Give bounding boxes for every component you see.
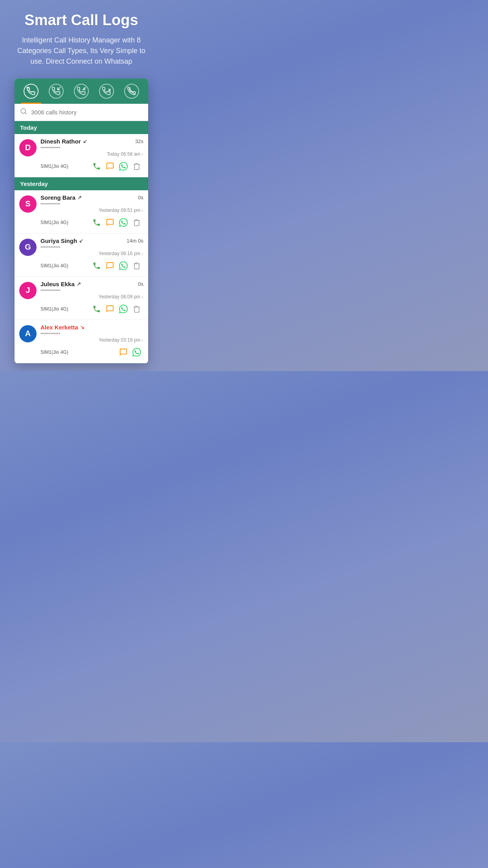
chevron-right-icon-alex: › (141, 337, 143, 343)
call-item-dinesh: D Dinesh Rathor ↙ 32s •••••••••••• Today… (15, 134, 148, 177)
avatar-juleus: J (19, 282, 37, 299)
delete-btn-juleus[interactable] (130, 302, 143, 316)
call-duration-juleus: 0s (138, 281, 143, 287)
hero-section: Smart Call Logs Intelligent Call History… (0, 12, 163, 79)
sms-btn-juleus[interactable] (103, 302, 117, 316)
chevron-right-icon-juleus: › (141, 294, 143, 300)
whatsapp-btn-dinesh[interactable] (117, 160, 130, 173)
whatsapp-btn-soreng[interactable] (117, 216, 130, 229)
avatar-dinesh: D (19, 139, 37, 156)
direction-arrow-dinesh: ↙ (83, 138, 87, 144)
call-item-guriya: G Guriya Singh ↙ 14m 0s •••••••••••• Yes… (15, 234, 148, 277)
call-number-alex: •••••••••••• (40, 331, 143, 337)
sim-label-soreng: SIM1(Jio 4G) (40, 220, 90, 225)
whatsapp-btn-guriya[interactable] (117, 259, 130, 272)
call-phone-btn-dinesh[interactable] (90, 160, 103, 173)
call-actions-juleus: SIM1(Jio 4G) (19, 302, 143, 316)
call-phone-btn-soreng[interactable] (90, 216, 103, 229)
svg-line-0 (58, 87, 60, 90)
call-info-guriya: Guriya Singh ↙ 14m 0s •••••••••••• Yeste… (40, 237, 143, 257)
tab-missed-icon (99, 84, 114, 99)
sim-label-dinesh: SIM1(Jio 4G) (40, 164, 90, 169)
delete-btn-soreng[interactable] (130, 216, 143, 229)
call-time-alex: Yesterday 03:19 pm (99, 337, 140, 343)
call-duration-guriya: 14m 0s (127, 238, 143, 244)
search-icon (20, 108, 27, 117)
call-name-soreng: Soreng Bara ↗ (40, 194, 82, 201)
call-actions-dinesh: SIM1(Jio 4G) (19, 160, 143, 173)
sim-label-juleus: SIM1(Jio 4G) (40, 306, 90, 312)
call-item-juleus: J Juleus Ekka ↗ 0s •••••••••••• Yesterda… (15, 277, 148, 320)
direction-arrow-juleus: ↗ (77, 281, 81, 287)
call-item-alex: A Alex Kerketta ↘ •••••••••••• Yesterday… (15, 320, 148, 363)
direction-arrow-guriya: ↙ (79, 238, 83, 244)
hero-subtitle: Intelligent Call History Manager with 8 … (12, 35, 151, 67)
call-number-soreng: •••••••••••• (40, 201, 143, 207)
call-actions-soreng: SIM1(Jio 4G) (19, 216, 143, 229)
tab-rejected[interactable] (119, 79, 144, 104)
call-actions-guriya: SIM1(Jio 4G) (19, 259, 143, 272)
whatsapp-btn-alex[interactable] (130, 346, 143, 359)
call-time-guriya: Yesterday 08:16 pm (99, 251, 140, 256)
call-number-guriya: •••••••••••• (40, 245, 143, 250)
svg-line-4 (129, 88, 135, 94)
call-item-soreng: S Soreng Bara ↗ 0s •••••••••••• Yesterda… (15, 190, 148, 234)
sms-btn-soreng[interactable] (103, 216, 117, 229)
tab-all-calls[interactable] (18, 79, 44, 104)
tab-outgoing[interactable] (69, 79, 94, 104)
call-phone-btn-juleus[interactable] (90, 302, 103, 316)
call-name-dinesh: Dinesh Rathor ↙ (40, 138, 87, 145)
search-bar (15, 104, 148, 121)
direction-arrow-soreng: ↗ (77, 195, 82, 200)
tab-rejected-icon (124, 84, 139, 99)
call-info-dinesh: Dinesh Rathor ↙ 32s •••••••••••• Today 0… (40, 138, 143, 157)
call-name-alex: Alex Kerketta ↘ (40, 324, 84, 331)
avatar-soreng: S (19, 195, 37, 213)
call-name-juleus: Juleus Ekka ↗ (40, 281, 81, 287)
tab-incoming-icon (49, 84, 64, 99)
call-time-juleus: Yesterday 08:09 pm (99, 294, 140, 300)
call-duration-dinesh: 32s (135, 138, 143, 144)
tab-missed[interactable] (94, 79, 119, 104)
call-time-dinesh: Today 06:58 am (107, 151, 140, 157)
sms-btn-guriya[interactable] (103, 259, 117, 272)
sms-btn-dinesh[interactable] (103, 160, 117, 173)
tab-incoming[interactable] (44, 79, 69, 104)
avatar-guriya: G (19, 239, 37, 256)
direction-arrow-alex: ↘ (80, 324, 84, 330)
sim-label-alex: SIM1(Jio 4G) (40, 349, 117, 355)
section-yesterday: Yesterday (15, 177, 148, 190)
hero-title: Smart Call Logs (12, 12, 151, 29)
app-card: Today D Dinesh Rathor ↙ 32s ••••••••••••… (15, 79, 148, 363)
chevron-right-icon-soreng: › (141, 207, 143, 213)
call-duration-soreng: 0s (138, 195, 143, 200)
chevron-right-icon-guriya: › (141, 250, 143, 257)
chevron-right-icon: › (141, 151, 143, 157)
call-phone-btn-guriya[interactable] (90, 259, 103, 272)
call-number-dinesh: •••••••••••• (40, 145, 143, 151)
sms-btn-alex[interactable] (117, 346, 130, 359)
call-name-guriya: Guriya Singh ↙ (40, 237, 83, 244)
search-input[interactable] (31, 109, 143, 116)
call-info-juleus: Juleus Ekka ↗ 0s •••••••••••• Yesterday … (40, 281, 143, 300)
call-info-alex: Alex Kerketta ↘ •••••••••••• Yesterday 0… (40, 324, 143, 343)
sim-label-guriya: SIM1(Jio 4G) (40, 263, 90, 268)
whatsapp-btn-juleus[interactable] (117, 302, 130, 316)
call-time-soreng: Yesterday 09:51 pm (99, 208, 140, 213)
call-number-juleus: •••••••••••• (40, 288, 143, 293)
section-today: Today (15, 121, 148, 134)
call-actions-alex: SIM1(Jio 4G) (19, 346, 143, 359)
avatar-alex: A (19, 325, 37, 342)
call-info-soreng: Soreng Bara ↗ 0s •••••••••••• Yesterday … (40, 194, 143, 213)
tab-bar (15, 79, 148, 104)
tab-outgoing-icon (74, 84, 89, 99)
delete-btn-guriya[interactable] (130, 259, 143, 272)
tab-all-calls-icon (24, 84, 39, 99)
svg-line-6 (25, 112, 26, 114)
delete-btn-dinesh[interactable] (130, 160, 143, 173)
